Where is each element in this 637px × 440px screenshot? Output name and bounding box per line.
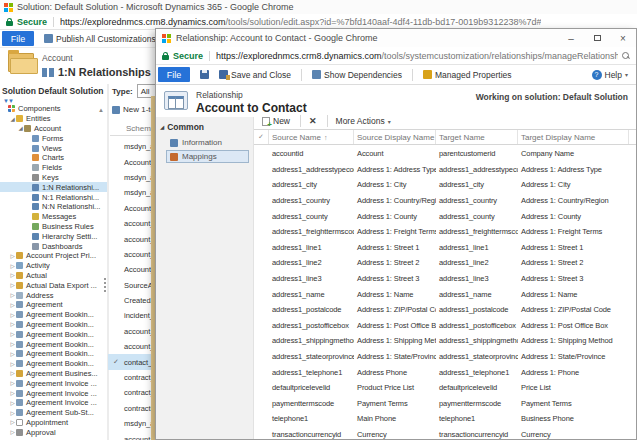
tree-item[interactable]: Forms bbox=[0, 133, 107, 143]
schema-row[interactable]: account bbox=[108, 431, 157, 440]
tree-item[interactable]: ◢Entities bbox=[0, 114, 107, 124]
schema-row[interactable]: Account_ bbox=[108, 201, 157, 216]
caret-closed-icon[interactable]: ▷ bbox=[9, 341, 16, 347]
schema-row[interactable]: SourceA bbox=[108, 278, 157, 293]
schema-row[interactable]: contract_ bbox=[108, 370, 157, 385]
schema-row[interactable]: account_ bbox=[108, 216, 157, 231]
tree-item[interactable]: ▷Agreement Invoice ... bbox=[0, 388, 107, 398]
caret-closed-icon[interactable]: ▷ bbox=[9, 419, 16, 425]
schema-row[interactable]: account_ bbox=[108, 339, 157, 354]
mapping-row[interactable]: address1_shippingmethod...Address 1: Shi… bbox=[254, 333, 636, 349]
bg-url[interactable]: https://explorednmcs.crm8.dynamics.com/t… bbox=[60, 17, 541, 27]
delete-mapping-button[interactable]: ✕ bbox=[309, 116, 317, 126]
mapping-row[interactable]: address1_telephone1Address Phoneaddress1… bbox=[254, 364, 636, 380]
schema-row[interactable]: contractl bbox=[108, 401, 157, 416]
help-button[interactable]: ? Help ▾ bbox=[592, 70, 629, 80]
schema-row[interactable]: account_ bbox=[108, 324, 157, 339]
tree-item[interactable]: Fields bbox=[0, 163, 107, 173]
caret-closed-icon[interactable]: ▷ bbox=[9, 410, 16, 416]
select-all-column-header[interactable]: ✓ bbox=[254, 130, 269, 144]
tree-item[interactable]: N:1 Relationshi... bbox=[0, 192, 107, 202]
column-header-target-name[interactable]: Target Name bbox=[436, 130, 518, 144]
caret-closed-icon[interactable]: ▷ bbox=[9, 331, 16, 337]
tree-item[interactable]: N:N Relationshi... bbox=[0, 202, 107, 212]
mapping-row[interactable]: address1_countryAddress 1: Country/Regio… bbox=[254, 193, 636, 209]
caret-open-icon[interactable]: ◢ bbox=[17, 125, 24, 131]
caret-closed-icon[interactable]: ▷ bbox=[9, 263, 16, 269]
managed-properties-button[interactable]: Managed Properties bbox=[423, 70, 512, 80]
schema-row[interactable]: msdyn_a bbox=[108, 139, 157, 154]
zoom-magnifier-icon[interactable] bbox=[622, 52, 630, 60]
tree-item[interactable]: Hierarchy Setti... bbox=[0, 231, 107, 241]
schema-row[interactable]: contract_ bbox=[108, 385, 157, 400]
tree-item[interactable]: Views bbox=[0, 143, 107, 153]
tree-item[interactable]: ▷Account Project Pri... bbox=[0, 251, 107, 261]
column-header-source-display-name[interactable]: Source Display Name bbox=[354, 130, 436, 144]
fg-window-titlebar[interactable]: Relationship: Account to Contact - Googl… bbox=[156, 29, 636, 47]
caret-closed-icon[interactable]: ▷ bbox=[9, 302, 16, 308]
caret-closed-icon[interactable]: ▷ bbox=[9, 390, 16, 396]
column-header-source-name[interactable]: Source Name↑ bbox=[269, 130, 354, 144]
tree-item[interactable]: ▷Agreement Invoice ... bbox=[0, 378, 107, 388]
fg-url[interactable]: https://explorednmcs.crm8.dynamics.com/t… bbox=[216, 51, 618, 61]
tree-item[interactable]: ▷Agreement Sub-St... bbox=[0, 408, 107, 418]
schema-row[interactable]: Account_ bbox=[108, 262, 157, 277]
save-button[interactable] bbox=[200, 70, 209, 79]
schema-row[interactable]: msdyn_a bbox=[108, 416, 157, 431]
tree-item[interactable]: Keys bbox=[0, 173, 107, 183]
schema-row[interactable]: msdyn_a bbox=[108, 185, 157, 200]
tree-item[interactable]: ◢Account bbox=[0, 124, 107, 134]
tree-item[interactable]: ▷Agreement Busines... bbox=[0, 369, 107, 379]
caret-closed-icon[interactable]: ▷ bbox=[9, 361, 16, 367]
column-header-target-display-name[interactable]: Target Display Name bbox=[518, 130, 629, 144]
show-dependencies-button[interactable]: Show Dependencies bbox=[312, 70, 402, 80]
fg-file-button[interactable]: File bbox=[158, 67, 190, 82]
schema-row[interactable]: account_ bbox=[108, 231, 157, 246]
caret-closed-icon[interactable]: ▷ bbox=[9, 380, 16, 386]
mapping-row[interactable]: address1_line1Address 1: Street 1address… bbox=[254, 240, 636, 256]
tree-item[interactable]: Components bbox=[0, 104, 107, 114]
mapping-row[interactable]: paymenttermscodePayment Termspaymentterm… bbox=[254, 396, 636, 412]
tree-item[interactable]: Dashboards bbox=[0, 241, 107, 251]
nav-group-common[interactable]: ◢ Common bbox=[156, 117, 253, 135]
schema-row[interactable]: incident_ bbox=[108, 308, 157, 323]
mapping-row[interactable]: address1_stateorprovinceAddress 1: State… bbox=[254, 349, 636, 365]
bg-file-button[interactable]: File bbox=[2, 31, 34, 46]
caret-closed-icon[interactable]: ▷ bbox=[9, 370, 16, 376]
tree-item[interactable]: ▷Agreement Bookin... bbox=[0, 310, 107, 320]
bg-window-titlebar[interactable]: Solution: Default Solution - Microsoft D… bbox=[0, 0, 637, 14]
tree-item[interactable]: Business Rules bbox=[0, 222, 107, 232]
tree-item[interactable]: 1:N Relationshi... bbox=[0, 182, 107, 192]
mapping-row[interactable]: address1_nameAddress 1: Nameaddress1_nam… bbox=[254, 286, 636, 302]
caret-closed-icon[interactable]: ▷ bbox=[9, 282, 16, 288]
tree-item[interactable]: Charts bbox=[0, 153, 107, 163]
caret-closed-icon[interactable]: ▷ bbox=[9, 321, 16, 327]
tree-item[interactable]: ▷Agreement Bookin... bbox=[0, 329, 107, 339]
mapping-row[interactable]: address1_countyAddress 1: Countyaddress1… bbox=[254, 208, 636, 224]
pane-splitter-handle[interactable] bbox=[104, 278, 106, 280]
mapping-row[interactable]: address1_addresstypecodeAddress 1: Addre… bbox=[254, 162, 636, 178]
save-and-close-button[interactable]: Save and Close bbox=[219, 70, 291, 80]
tree-item[interactable]: ▷Actual bbox=[0, 271, 107, 281]
tree-item[interactable]: ▷Agreement Bookin... bbox=[0, 339, 107, 349]
caret-closed-icon[interactable]: ▷ bbox=[9, 272, 16, 278]
mapping-row[interactable]: address1_cityAddress 1: Cityaddress1_cit… bbox=[254, 177, 636, 193]
tree-item[interactable]: ▷Actual Data Export ... bbox=[0, 280, 107, 290]
fg-address-bar[interactable]: Secure https://explorednmcs.crm8.dynamic… bbox=[156, 47, 636, 65]
caret-closed-icon[interactable]: ▷ bbox=[9, 253, 16, 259]
mapping-row[interactable]: address1_line2Address 1: Street 2address… bbox=[254, 255, 636, 271]
mapping-row[interactable]: defaultpricelevelidProduct Price Listdef… bbox=[254, 380, 636, 396]
tree-item[interactable]: ▷Agreement Bookin... bbox=[0, 359, 107, 369]
close-button[interactable]: × bbox=[610, 29, 636, 47]
tree-item[interactable]: Messages bbox=[0, 212, 107, 222]
more-actions-button[interactable]: More Actions ▾ bbox=[336, 116, 391, 126]
tree-item[interactable]: ▷Agreement Invoice ... bbox=[0, 398, 107, 408]
new-mapping-button[interactable]: New bbox=[262, 116, 290, 126]
schema-row[interactable]: msdyn_a bbox=[108, 170, 157, 185]
mapping-row[interactable]: address1_postalcodeAddress 1: ZIP/Postal… bbox=[254, 302, 636, 318]
nav-item-information[interactable]: Information bbox=[166, 136, 249, 149]
tree-item[interactable]: ▷Agreement Bookin... bbox=[0, 320, 107, 330]
schema-row[interactable]: account_ bbox=[108, 247, 157, 262]
maximize-button[interactable] bbox=[584, 29, 610, 47]
tree-item[interactable]: ▷Agreement Bookin... bbox=[0, 349, 107, 359]
